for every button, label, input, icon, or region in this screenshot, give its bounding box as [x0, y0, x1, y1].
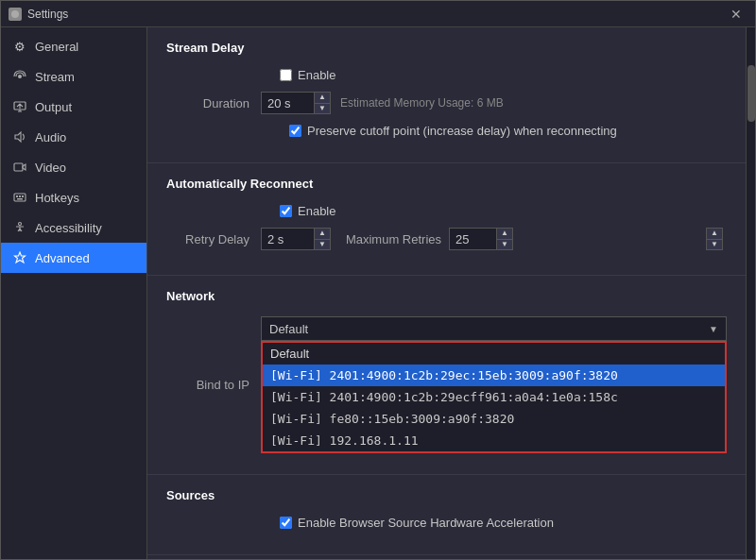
window-title: Settings: [27, 8, 68, 21]
max-retries-right-spinner: ▲ ▼: [706, 228, 723, 250]
network-section: Network Bind to IP Default ▼ Default [Wi…: [147, 276, 746, 475]
duration-spinner: 20 s ▲ ▼: [261, 92, 331, 114]
auto-reconnect-title: Automatically Reconnect: [166, 177, 727, 191]
retry-delay-down-button[interactable]: ▼: [315, 240, 330, 250]
audio-icon: [12, 129, 27, 144]
svg-rect-6: [19, 195, 21, 197]
max-retries-spinner-buttons: ▲ ▼: [496, 228, 513, 250]
sidebar-label-stream: Stream: [35, 70, 75, 84]
sources-title: Sources: [166, 488, 727, 502]
max-retries-right-down[interactable]: ▼: [707, 240, 722, 250]
browser-hw-checkbox[interactable]: [280, 517, 292, 529]
auto-reconnect-enable-label: Enable: [298, 204, 335, 218]
svg-point-9: [19, 223, 22, 226]
retry-delay-spinner: 2 s ▲ ▼: [261, 228, 331, 250]
sidebar-label-advanced: Advanced: [35, 251, 90, 265]
preserve-checkbox[interactable]: [289, 125, 301, 137]
sidebar-label-audio: Audio: [35, 130, 66, 144]
sidebar-item-output[interactable]: Output: [1, 92, 146, 122]
max-retries-label: Maximum Retries: [346, 232, 441, 246]
auto-reconnect-section: Automatically Reconnect Enable Retry Del…: [147, 163, 746, 276]
browser-hw-label: Enable Browser Source Hardware Accelerat…: [298, 516, 554, 530]
sidebar-label-hotkeys: Hotkeys: [35, 191, 79, 205]
bind-to-ip-value: Default: [269, 322, 308, 336]
max-retries-right-up[interactable]: ▲: [707, 229, 722, 240]
svg-rect-7: [22, 195, 24, 197]
svg-rect-3: [14, 163, 23, 171]
stream-delay-duration-row: Duration 20 s ▲ ▼ Estimated Memory Usage…: [166, 92, 727, 114]
stream-delay-title: Stream Delay: [166, 41, 727, 55]
bind-to-ip-dropdown-container: Default ▼ Default [Wi-Fi] 2401:4900:1c2b…: [261, 316, 727, 453]
retry-delay-spinner-buttons: ▲ ▼: [314, 228, 331, 250]
bind-to-ip-dropdown-list: Default [Wi-Fi] 2401:4900:1c2b:29ec:15eb…: [261, 341, 727, 453]
svg-point-1: [18, 75, 22, 78]
retry-delay-up-button[interactable]: ▲: [315, 229, 330, 240]
duration-up-button[interactable]: ▲: [315, 93, 330, 104]
svg-rect-5: [16, 195, 18, 197]
bind-to-ip-label: Bind to IP: [166, 378, 261, 392]
right-scrollbar[interactable]: [746, 27, 755, 559]
stream-delay-enable-row: Enable: [166, 68, 727, 82]
sidebar-item-hotkeys[interactable]: Hotkeys: [1, 182, 146, 212]
video-icon: [12, 160, 27, 175]
dropdown-option-wifi2[interactable]: [Wi-Fi] 2401:4900:1c2b:29ecff961:a0a4:1e…: [263, 386, 725, 408]
titlebar-left: Settings: [9, 8, 68, 21]
output-icon: [12, 99, 27, 114]
bind-to-ip-row: Bind to IP Default ▼ Default [Wi-Fi] 240…: [166, 316, 727, 453]
auto-reconnect-settings-row: Retry Delay 2 s ▲ ▼ Maximum Retries 25 ▲: [166, 228, 727, 250]
preserve-label: Preserve cutoff point (increase delay) w…: [307, 124, 617, 138]
stream-icon: [12, 69, 27, 84]
window-content: ⚙ General Stream: [1, 27, 755, 559]
general-icon: ⚙: [12, 39, 27, 54]
memory-hint: Estimated Memory Usage: 6 MB: [340, 96, 504, 110]
main-panel: Stream Delay Enable Duration 20 s ▲ ▼ Es…: [147, 27, 746, 559]
sources-section: Sources Enable Browser Source Hardware A…: [147, 475, 746, 555]
stream-delay-enable-checkbox[interactable]: [280, 69, 292, 81]
duration-input[interactable]: 20 s: [261, 92, 314, 114]
preserve-row: Preserve cutoff point (increase delay) w…: [166, 124, 727, 138]
retry-delay-label: Retry Delay: [166, 232, 261, 246]
auto-reconnect-enable-row: Enable: [166, 204, 727, 218]
sidebar-label-video: Video: [35, 161, 66, 175]
hotkeys-icon: [12, 190, 27, 205]
app-icon: [9, 8, 22, 21]
svg-point-0: [11, 10, 19, 18]
sidebar-item-audio[interactable]: Audio: [1, 122, 146, 152]
svg-rect-8: [17, 198, 23, 200]
advanced-icon: [12, 250, 27, 265]
sidebar-item-accessibility[interactable]: Accessibility: [1, 212, 146, 243]
sidebar-item-general[interactable]: ⚙ General: [1, 31, 146, 61]
bind-to-ip-arrow: ▼: [709, 324, 718, 334]
dropdown-option-wifi4[interactable]: [Wi-Fi] 192.168.1.11: [263, 430, 725, 451]
max-retries-spinner: 25 ▲ ▼: [449, 228, 513, 250]
max-retries-input[interactable]: 25: [449, 228, 496, 250]
browser-hw-row: Enable Browser Source Hardware Accelerat…: [166, 516, 727, 530]
sidebar-label-accessibility: Accessibility: [35, 221, 102, 235]
settings-window: Settings ✕ ⚙ General Stream: [0, 0, 756, 560]
sidebar-label-output: Output: [35, 100, 72, 114]
sidebar-item-advanced[interactable]: Advanced: [1, 243, 146, 273]
duration-down-button[interactable]: ▼: [315, 104, 330, 114]
auto-reconnect-enable-checkbox[interactable]: [280, 205, 292, 217]
duration-spinner-buttons: ▲ ▼: [314, 92, 331, 114]
stream-delay-enable-label: Enable: [298, 68, 335, 82]
max-retries-up-button[interactable]: ▲: [497, 229, 512, 240]
retry-delay-input[interactable]: 2 s: [261, 228, 314, 250]
sidebar: ⚙ General Stream: [1, 27, 147, 559]
accessibility-icon: [12, 220, 27, 235]
dropdown-option-wifi1[interactable]: [Wi-Fi] 2401:4900:1c2b:29ec:15eb:3009:a9…: [263, 365, 725, 386]
titlebar: Settings ✕: [1, 1, 755, 27]
sidebar-item-stream[interactable]: Stream: [1, 61, 146, 92]
duration-label: Duration: [166, 96, 261, 110]
close-button[interactable]: ✕: [725, 5, 747, 24]
network-title: Network: [166, 289, 727, 303]
bind-to-ip-select[interactable]: Default ▼: [261, 316, 727, 341]
sidebar-item-video[interactable]: Video: [1, 152, 146, 182]
dropdown-option-default[interactable]: Default: [263, 343, 725, 365]
max-retries-down-button[interactable]: ▼: [497, 240, 512, 250]
sidebar-label-general: General: [35, 40, 78, 54]
stream-delay-section: Stream Delay Enable Duration 20 s ▲ ▼ Es…: [147, 27, 746, 163]
dropdown-option-wifi3[interactable]: [Wi-Fi] fe80::15eb:3009:a90f:3820: [263, 408, 725, 430]
